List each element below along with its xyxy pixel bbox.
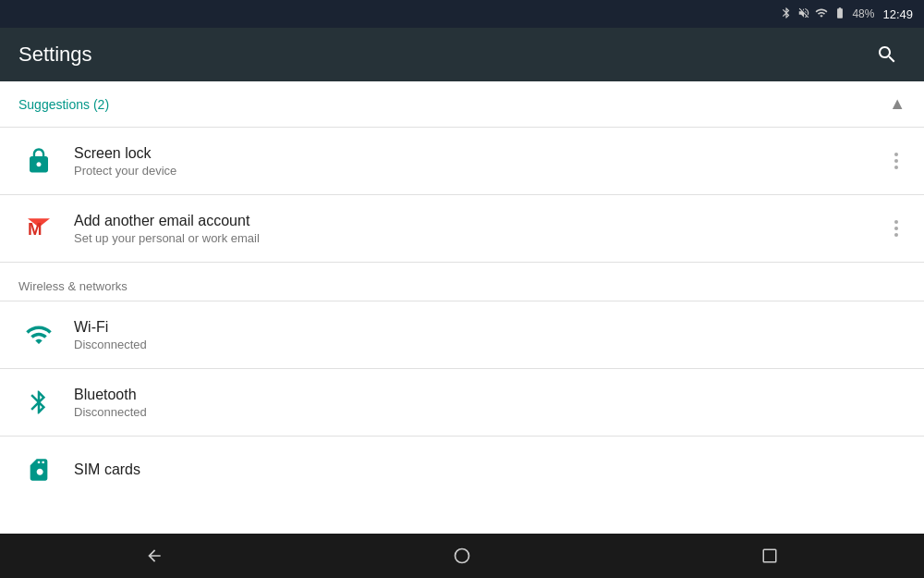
email-account-title: Add another email account (74, 213, 887, 229)
wifi-subtitle: Disconnected (74, 338, 906, 351)
sim-cards-item[interactable]: SIM cards (0, 436, 924, 503)
screen-lock-more-button[interactable] (887, 145, 906, 177)
svg-text:M: M (28, 219, 43, 239)
back-button[interactable] (127, 534, 182, 578)
suggestions-section-header[interactable]: Suggestions (2) ▲ (0, 81, 924, 127)
bluetooth-text: Bluetooth Disconnected (74, 387, 906, 419)
status-icons: 48% 12:49 (780, 6, 913, 22)
sim-cards-title: SIM cards (74, 461, 906, 478)
battery-percent: 48% (852, 7, 874, 20)
dot3 (894, 166, 898, 169)
dot1 (894, 153, 898, 156)
chevron-up-icon: ▲ (889, 94, 906, 114)
wifi-text: Wi-Fi Disconnected (74, 319, 906, 351)
dot5 (894, 227, 898, 230)
email-account-text: Add another email account Set up your pe… (74, 213, 887, 245)
bluetooth-title: Bluetooth (74, 387, 906, 403)
sim-cards-text: SIM cards (74, 461, 906, 478)
search-button[interactable] (869, 36, 906, 73)
mute-status-icon (797, 6, 810, 22)
battery-status-icon (833, 6, 847, 22)
network-section-label: Wireless & networks (0, 262, 924, 301)
signal-status-icon (815, 6, 828, 22)
bluetooth-status-icon (780, 6, 793, 22)
screen-lock-text: Screen lock Protect your device (74, 145, 887, 178)
bluetooth-icon (18, 382, 59, 423)
status-bar: 48% 12:49 (0, 0, 924, 28)
page-title: Settings (18, 43, 92, 67)
navigation-bar (0, 534, 924, 578)
svg-rect-2 (764, 549, 777, 562)
wifi-icon (18, 314, 59, 355)
toolbar: Settings (0, 28, 924, 81)
email-account-subtitle: Set up your personal or work email (74, 231, 887, 245)
clock: 12:49 (882, 7, 913, 21)
svg-point-1 (455, 549, 468, 563)
settings-content: Suggestions (2) ▲ Screen lock Protect yo… (0, 81, 924, 534)
bluetooth-subtitle: Disconnected (74, 405, 906, 419)
lock-icon (18, 141, 59, 181)
suggestions-label: Suggestions (2) (18, 97, 109, 112)
screen-lock-title: Screen lock (74, 145, 887, 162)
email-account-more-button[interactable] (887, 213, 906, 244)
sim-icon (18, 449, 59, 490)
screen-lock-subtitle: Protect your device (74, 164, 887, 178)
home-button[interactable] (434, 534, 490, 578)
screen-lock-item[interactable]: Screen lock Protect your device (0, 127, 924, 194)
bluetooth-item[interactable]: Bluetooth Disconnected (0, 368, 924, 436)
recents-button[interactable] (742, 534, 797, 578)
wifi-item[interactable]: Wi-Fi Disconnected (0, 301, 924, 368)
email-account-item[interactable]: M Add another email account Set up your … (0, 194, 924, 262)
dot4 (894, 220, 898, 224)
dot2 (894, 159, 898, 163)
gmail-icon: M (18, 208, 59, 249)
wifi-title: Wi-Fi (74, 319, 906, 336)
dot6 (894, 233, 898, 237)
search-icon (876, 43, 898, 66)
